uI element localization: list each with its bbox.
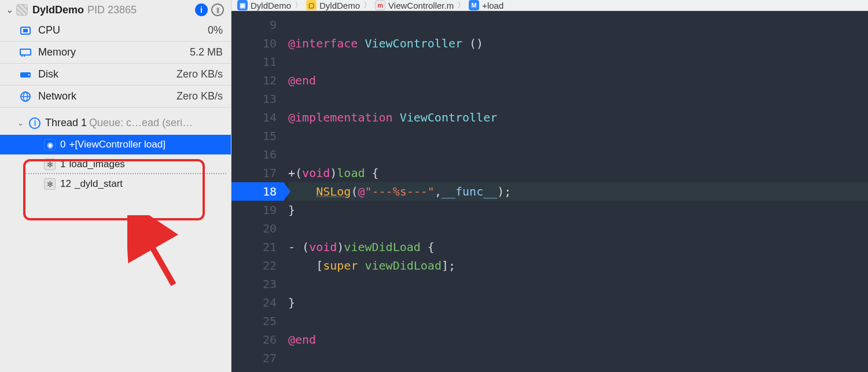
gauge-network[interactable]: Network Zero KB/s bbox=[0, 86, 231, 108]
line-number[interactable]: 21 bbox=[231, 238, 277, 256]
line-number[interactable]: 20 bbox=[231, 219, 277, 238]
line-number[interactable]: 23 bbox=[231, 275, 277, 293]
source-editor: ▣DyldDemo〉▢DyldDemo〉mViewController.m〉M+… bbox=[231, 0, 868, 372]
code-line[interactable]: +(void)load { bbox=[288, 164, 868, 182]
breadcrumb-label: ViewController.m bbox=[388, 1, 454, 10]
line-number[interactable]: 14 bbox=[231, 108, 277, 127]
system-frame-icon: ✻ bbox=[44, 178, 56, 190]
process-pid: PID 23865 bbox=[87, 4, 137, 16]
code-line[interactable] bbox=[288, 53, 868, 71]
chevron-down-icon: ⌄ bbox=[17, 119, 27, 127]
line-number[interactable]: 10 bbox=[231, 34, 277, 53]
line-number[interactable]: 27 bbox=[231, 349, 277, 367]
gauge-value: Zero KB/s bbox=[176, 68, 223, 80]
svg-line-10 bbox=[139, 224, 174, 285]
thread-title: Thread 1 bbox=[45, 117, 87, 129]
thread-row[interactable]: ⌄ || Thread 1 Queue: c…ead (serial) bbox=[0, 112, 231, 134]
gauge-value: 5.2 MB bbox=[190, 46, 223, 58]
stack-frame[interactable]: ✻12_dyld_start bbox=[0, 174, 231, 194]
line-number[interactable]: 9 bbox=[231, 16, 277, 34]
code-line[interactable] bbox=[288, 349, 868, 367]
code-area[interactable]: 9101112131415161718192021222324252627 @i… bbox=[231, 11, 868, 372]
code-line[interactable] bbox=[288, 16, 868, 34]
line-number[interactable]: 12 bbox=[231, 71, 277, 90]
breadcrumb-item[interactable]: ▢DyldDemo bbox=[304, 0, 362, 10]
mfile-icon: m bbox=[375, 0, 385, 10]
breadcrumb-label: DyldDemo bbox=[319, 1, 360, 10]
breadcrumb-separator-icon: 〉 bbox=[293, 0, 304, 10]
stack-frame[interactable]: ✻1load_images bbox=[0, 154, 231, 174]
gauge-label: Memory bbox=[38, 46, 190, 58]
svg-rect-2 bbox=[20, 49, 31, 55]
system-frame-icon: ✻ bbox=[44, 159, 56, 170]
code-line[interactable]: - (void)viewDidLoad { bbox=[288, 238, 868, 256]
code-line[interactable]: @implementation ViewController bbox=[288, 108, 868, 127]
frame-name: +[ViewController load] bbox=[69, 139, 165, 150]
frame-name: load_images bbox=[69, 159, 124, 170]
annotation-arrow-icon bbox=[127, 215, 185, 290]
breadcrumb-item[interactable]: M+load bbox=[466, 0, 506, 10]
line-number[interactable]: 24 bbox=[231, 293, 277, 312]
line-number[interactable]: 18 bbox=[231, 182, 284, 201]
info-badge-icon[interactable]: i bbox=[195, 3, 208, 16]
svg-point-6 bbox=[28, 74, 30, 76]
gauge-label: Network bbox=[38, 90, 176, 102]
gauge-label: CPU bbox=[38, 24, 208, 36]
user-frame-icon: ◉ bbox=[44, 139, 56, 150]
folder-icon: ▢ bbox=[306, 0, 317, 10]
breadcrumb-item[interactable]: mViewController.m bbox=[373, 0, 456, 10]
line-gutter[interactable]: 9101112131415161718192021222324252627 bbox=[231, 11, 284, 372]
breadcrumb-item[interactable]: ▣DyldDemo bbox=[235, 0, 293, 10]
breadcrumb-label: +load bbox=[482, 1, 503, 10]
frame-index: 1 bbox=[60, 159, 65, 170]
code-line[interactable] bbox=[288, 90, 868, 108]
line-number[interactable]: 19 bbox=[231, 201, 277, 219]
line-number[interactable]: 17 bbox=[231, 164, 277, 182]
code-line[interactable]: NSLog(@"---%s---",__func__); bbox=[288, 182, 868, 201]
app-icon bbox=[16, 4, 28, 16]
code-line[interactable] bbox=[288, 312, 868, 330]
line-number[interactable]: 16 bbox=[231, 145, 277, 164]
code-line[interactable] bbox=[288, 127, 868, 145]
thread-icon: || bbox=[29, 117, 41, 129]
frame-index: 12 bbox=[60, 178, 71, 190]
code-line[interactable] bbox=[288, 275, 868, 293]
method-icon: M bbox=[469, 0, 479, 10]
gauge-value: 0% bbox=[208, 24, 223, 36]
gauge-memory[interactable]: Memory 5.2 MB bbox=[0, 42, 231, 64]
line-number[interactable]: 26 bbox=[231, 330, 277, 349]
cpu-icon bbox=[19, 25, 32, 36]
thread-queue: Queue: c…ead (serial) bbox=[89, 117, 193, 129]
gauge-cpu[interactable]: CPU 0% bbox=[0, 20, 231, 42]
code-line[interactable]: } bbox=[288, 293, 868, 312]
line-number[interactable]: 11 bbox=[231, 53, 277, 71]
breadcrumb-separator-icon: 〉 bbox=[362, 0, 373, 10]
code-line[interactable]: [super viewDidLoad]; bbox=[288, 256, 868, 275]
code-text[interactable]: @interface ViewController ()@end@impleme… bbox=[284, 11, 868, 372]
line-number[interactable]: 25 bbox=[231, 312, 277, 330]
stack-frame[interactable]: ◉0+[ViewController load] bbox=[0, 135, 231, 154]
code-line[interactable]: } bbox=[288, 201, 868, 219]
jump-bar[interactable]: ▣DyldDemo〉▢DyldDemo〉mViewController.m〉M+… bbox=[231, 0, 868, 11]
code-line[interactable]: @end bbox=[288, 71, 868, 90]
line-number[interactable]: 22 bbox=[231, 256, 277, 275]
svg-rect-1 bbox=[23, 29, 28, 32]
gauge-label: Disk bbox=[38, 68, 176, 80]
line-number[interactable]: 13 bbox=[231, 90, 277, 108]
gauge-disk[interactable]: Disk Zero KB/s bbox=[0, 64, 231, 86]
breadcrumb-label: DyldDemo bbox=[251, 1, 291, 10]
code-line[interactable] bbox=[288, 219, 868, 238]
breadcrumb-separator-icon: 〉 bbox=[456, 0, 466, 10]
memory-icon bbox=[19, 47, 32, 58]
network-icon bbox=[19, 91, 32, 102]
code-line[interactable]: @end bbox=[288, 330, 868, 349]
pause-badge-icon[interactable]: || bbox=[211, 3, 224, 16]
line-number[interactable]: 15 bbox=[231, 127, 277, 145]
gauge-value: Zero KB/s bbox=[176, 90, 223, 102]
disk-icon bbox=[19, 69, 32, 80]
app-icon: ▣ bbox=[237, 0, 248, 10]
process-row[interactable]: ⌄ DyldDemo PID 23865 i || bbox=[0, 0, 231, 20]
code-line[interactable]: @interface ViewController () bbox=[288, 34, 868, 53]
chevron-down-icon: ⌄ bbox=[5, 5, 15, 14]
code-line[interactable] bbox=[288, 145, 868, 164]
